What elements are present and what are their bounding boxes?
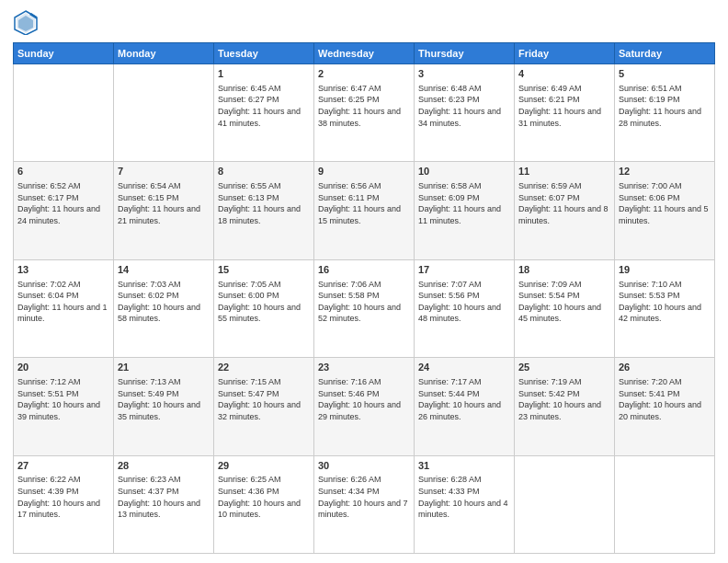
- calendar-cell: 28Sunrise: 6:23 AM Sunset: 4:37 PM Dayli…: [114, 455, 214, 553]
- day-number: 22: [218, 361, 310, 374]
- calendar-cell: 12Sunrise: 7:00 AM Sunset: 6:06 PM Dayli…: [615, 162, 715, 259]
- day-number: 21: [118, 361, 210, 374]
- day-info: Sunrise: 6:58 AM Sunset: 6:09 PM Dayligh…: [418, 180, 510, 226]
- day-info: Sunrise: 6:25 AM Sunset: 4:36 PM Dayligh…: [218, 474, 310, 520]
- calendar-cell: 15Sunrise: 7:05 AM Sunset: 6:00 PM Dayli…: [214, 259, 314, 357]
- calendar-cell: [515, 455, 615, 553]
- day-number: 8: [218, 165, 310, 178]
- day-of-week-header: Sunday: [14, 43, 114, 64]
- day-info: Sunrise: 7:06 AM Sunset: 5:58 PM Dayligh…: [318, 279, 410, 325]
- calendar-cell: [14, 64, 114, 162]
- calendar-cell: 18Sunrise: 7:09 AM Sunset: 5:54 PM Dayli…: [515, 259, 615, 357]
- calendar-cell: 5Sunrise: 6:51 AM Sunset: 6:19 PM Daylig…: [615, 64, 715, 162]
- calendar-cell: 19Sunrise: 7:10 AM Sunset: 5:53 PM Dayli…: [615, 259, 715, 357]
- day-number: 19: [619, 263, 711, 277]
- calendar-cell: 3Sunrise: 6:48 AM Sunset: 6:23 PM Daylig…: [415, 64, 515, 162]
- day-number: 10: [418, 165, 510, 178]
- day-number: 7: [118, 165, 210, 178]
- calendar-week-row: 6Sunrise: 6:52 AM Sunset: 6:17 PM Daylig…: [14, 162, 715, 259]
- day-number: 16: [318, 263, 410, 277]
- calendar-cell: 14Sunrise: 7:03 AM Sunset: 6:02 PM Dayli…: [114, 259, 214, 357]
- calendar-cell: 8Sunrise: 6:55 AM Sunset: 6:13 PM Daylig…: [214, 162, 314, 259]
- day-info: Sunrise: 7:07 AM Sunset: 5:56 PM Dayligh…: [418, 279, 510, 325]
- calendar-cell: 1Sunrise: 6:45 AM Sunset: 6:27 PM Daylig…: [214, 64, 314, 162]
- day-number: 3: [418, 67, 510, 81]
- day-number: 20: [17, 361, 109, 374]
- day-info: Sunrise: 7:20 AM Sunset: 5:41 PM Dayligh…: [619, 376, 711, 422]
- calendar-cell: 21Sunrise: 7:13 AM Sunset: 5:49 PM Dayli…: [114, 358, 214, 455]
- day-info: Sunrise: 6:45 AM Sunset: 6:27 PM Dayligh…: [218, 83, 310, 129]
- day-number: 2: [318, 67, 410, 81]
- calendar-cell: 9Sunrise: 6:56 AM Sunset: 6:11 PM Daylig…: [314, 162, 415, 259]
- day-number: 28: [118, 459, 210, 473]
- day-of-week-header: Thursday: [415, 43, 515, 64]
- day-number: 31: [418, 459, 510, 473]
- day-info: Sunrise: 7:15 AM Sunset: 5:47 PM Dayligh…: [218, 376, 310, 422]
- day-of-week-header: Tuesday: [214, 43, 314, 64]
- day-info: Sunrise: 6:28 AM Sunset: 4:33 PM Dayligh…: [418, 474, 510, 520]
- calendar-cell: 17Sunrise: 7:07 AM Sunset: 5:56 PM Dayli…: [415, 259, 515, 357]
- day-number: 14: [118, 263, 210, 277]
- day-number: 25: [518, 361, 610, 374]
- calendar-week-row: 1Sunrise: 6:45 AM Sunset: 6:27 PM Daylig…: [14, 64, 715, 162]
- calendar-week-row: 13Sunrise: 7:02 AM Sunset: 6:04 PM Dayli…: [14, 259, 715, 357]
- day-number: 11: [518, 165, 610, 178]
- day-info: Sunrise: 7:05 AM Sunset: 6:00 PM Dayligh…: [218, 279, 310, 325]
- logo: [13, 9, 42, 35]
- calendar-cell: 25Sunrise: 7:19 AM Sunset: 5:42 PM Dayli…: [515, 358, 615, 455]
- day-number: 6: [17, 165, 109, 178]
- calendar-week-row: 20Sunrise: 7:12 AM Sunset: 5:51 PM Dayli…: [14, 358, 715, 455]
- calendar-week-row: 27Sunrise: 6:22 AM Sunset: 4:39 PM Dayli…: [14, 455, 715, 553]
- calendar-cell: 6Sunrise: 6:52 AM Sunset: 6:17 PM Daylig…: [14, 162, 114, 259]
- calendar-cell: [615, 455, 715, 553]
- calendar-cell: 4Sunrise: 6:49 AM Sunset: 6:21 PM Daylig…: [515, 64, 615, 162]
- day-number: 29: [218, 459, 310, 473]
- day-number: 13: [17, 263, 109, 277]
- day-number: 26: [619, 361, 711, 374]
- day-info: Sunrise: 6:51 AM Sunset: 6:19 PM Dayligh…: [619, 83, 711, 129]
- calendar-cell: 24Sunrise: 7:17 AM Sunset: 5:44 PM Dayli…: [415, 358, 515, 455]
- day-info: Sunrise: 7:13 AM Sunset: 5:49 PM Dayligh…: [118, 376, 210, 422]
- day-info: Sunrise: 6:49 AM Sunset: 6:21 PM Dayligh…: [518, 83, 610, 129]
- day-info: Sunrise: 7:17 AM Sunset: 5:44 PM Dayligh…: [418, 376, 510, 422]
- day-info: Sunrise: 7:00 AM Sunset: 6:06 PM Dayligh…: [619, 180, 711, 226]
- day-info: Sunrise: 7:10 AM Sunset: 5:53 PM Dayligh…: [619, 279, 711, 325]
- day-info: Sunrise: 7:16 AM Sunset: 5:46 PM Dayligh…: [318, 376, 410, 422]
- day-number: 18: [518, 263, 610, 277]
- day-info: Sunrise: 7:09 AM Sunset: 5:54 PM Dayligh…: [518, 279, 610, 325]
- calendar-cell: 26Sunrise: 7:20 AM Sunset: 5:41 PM Dayli…: [615, 358, 715, 455]
- logo-icon: [13, 9, 39, 35]
- day-info: Sunrise: 6:56 AM Sunset: 6:11 PM Dayligh…: [318, 180, 410, 226]
- calendar-cell: 13Sunrise: 7:02 AM Sunset: 6:04 PM Dayli…: [14, 259, 114, 357]
- day-info: Sunrise: 6:23 AM Sunset: 4:37 PM Dayligh…: [118, 474, 210, 520]
- calendar-cell: 7Sunrise: 6:54 AM Sunset: 6:15 PM Daylig…: [114, 162, 214, 259]
- day-info: Sunrise: 7:19 AM Sunset: 5:42 PM Dayligh…: [518, 376, 610, 422]
- day-of-week-header: Wednesday: [314, 43, 415, 64]
- day-info: Sunrise: 7:12 AM Sunset: 5:51 PM Dayligh…: [17, 376, 109, 422]
- day-info: Sunrise: 6:47 AM Sunset: 6:25 PM Dayligh…: [318, 83, 410, 129]
- calendar-cell: [114, 64, 214, 162]
- calendar-cell: 16Sunrise: 7:06 AM Sunset: 5:58 PM Dayli…: [314, 259, 415, 357]
- header: [13, 9, 715, 35]
- day-number: 4: [518, 67, 610, 81]
- page: SundayMondayTuesdayWednesdayThursdayFrid…: [0, 0, 728, 563]
- calendar-cell: 30Sunrise: 6:26 AM Sunset: 4:34 PM Dayli…: [314, 455, 415, 553]
- calendar-cell: 27Sunrise: 6:22 AM Sunset: 4:39 PM Dayli…: [14, 455, 114, 553]
- day-number: 17: [418, 263, 510, 277]
- calendar-cell: 23Sunrise: 7:16 AM Sunset: 5:46 PM Dayli…: [314, 358, 415, 455]
- calendar-cell: 2Sunrise: 6:47 AM Sunset: 6:25 PM Daylig…: [314, 64, 415, 162]
- day-info: Sunrise: 6:48 AM Sunset: 6:23 PM Dayligh…: [418, 83, 510, 129]
- calendar-cell: 22Sunrise: 7:15 AM Sunset: 5:47 PM Dayli…: [214, 358, 314, 455]
- calendar-cell: 11Sunrise: 6:59 AM Sunset: 6:07 PM Dayli…: [515, 162, 615, 259]
- day-number: 12: [619, 165, 711, 178]
- calendar-cell: 29Sunrise: 6:25 AM Sunset: 4:36 PM Dayli…: [214, 455, 314, 553]
- day-number: 9: [318, 165, 410, 178]
- day-info: Sunrise: 6:52 AM Sunset: 6:17 PM Dayligh…: [17, 180, 109, 226]
- day-info: Sunrise: 6:22 AM Sunset: 4:39 PM Dayligh…: [17, 474, 109, 520]
- day-of-week-header: Saturday: [615, 43, 715, 64]
- day-number: 23: [318, 361, 410, 374]
- day-number: 30: [318, 459, 410, 473]
- day-info: Sunrise: 6:59 AM Sunset: 6:07 PM Dayligh…: [518, 180, 610, 226]
- day-info: Sunrise: 7:03 AM Sunset: 6:02 PM Dayligh…: [118, 279, 210, 325]
- day-number: 15: [218, 263, 310, 277]
